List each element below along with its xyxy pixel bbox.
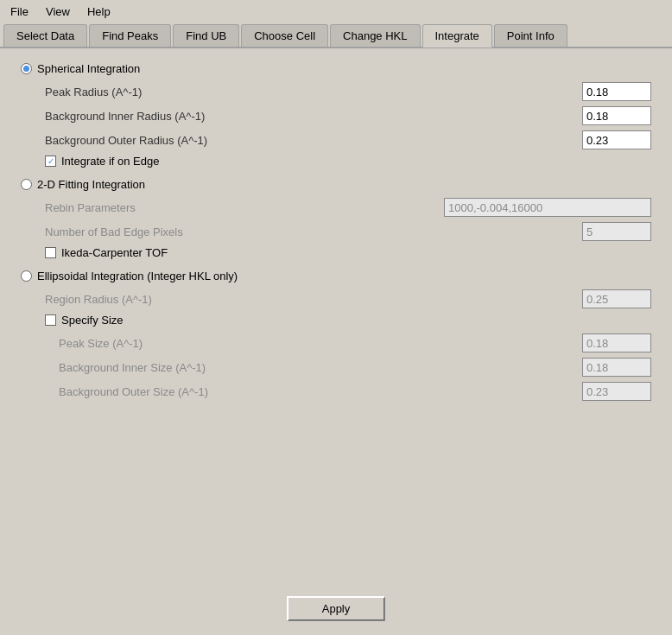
fitting2d-radio[interactable]	[21, 179, 32, 190]
tab-find-peaks[interactable]: Find Peaks	[89, 24, 171, 47]
main-window: File View Help Select Data Find Peaks Fi…	[0, 0, 672, 635]
ellip-bg-inner-label: Background Inner Size (A^-1)	[59, 361, 582, 374]
tab-find-ub[interactable]: Find UB	[173, 24, 239, 47]
ellipsoidal-label: Ellipsoidal Integration (Integer HKL onl…	[37, 270, 238, 283]
specify-size-label: Specify Size	[61, 314, 124, 327]
bg-outer-input[interactable]	[582, 130, 651, 149]
ellip-bg-inner-row: Background Inner Size (A^-1)	[21, 358, 651, 377]
fitting2d-section: 2-D Fitting Integration Rebin Parameters…	[21, 178, 651, 259]
apply-button[interactable]: Apply	[287, 596, 386, 621]
footer: Apply	[0, 582, 672, 635]
bg-inner-label: Background Inner Radius (A^-1)	[45, 110, 582, 123]
menu-file[interactable]: File	[7, 3, 32, 20]
menubar: File View Help	[0, 0, 672, 23]
bad-edge-label: Number of Bad Edge Pixels	[45, 225, 582, 238]
bg-inner-row: Background Inner Radius (A^-1)	[21, 106, 651, 125]
ellipsoidal-radio[interactable]	[21, 270, 32, 282]
peak-size-input[interactable]	[582, 333, 651, 352]
ellip-bg-outer-row: Background Outer Size (A^-1)	[21, 382, 651, 401]
peak-size-label: Peak Size (A^-1)	[59, 337, 582, 350]
fitting2d-label: 2-D Fitting Integration	[37, 178, 145, 191]
ellip-bg-outer-label: Background Outer Size (A^-1)	[59, 385, 582, 398]
ellip-bg-outer-input[interactable]	[582, 382, 651, 401]
ikeda-checkbox[interactable]	[45, 247, 56, 258]
integrate-edge-row: Integrate if on Edge	[21, 155, 651, 168]
spherical-label: Spherical Integration	[37, 62, 140, 75]
specify-size-checkbox[interactable]	[45, 314, 56, 326]
bg-outer-row: Background Outer Radius (A^-1)	[21, 130, 651, 149]
tab-choose-cell[interactable]: Choose Cell	[241, 24, 328, 47]
tab-select-data[interactable]: Select Data	[3, 24, 87, 47]
rebin-label: Rebin Parameters	[45, 201, 444, 214]
ellipsoidal-title: Ellipsoidal Integration (Integer HKL onl…	[21, 270, 651, 283]
spherical-radio[interactable]	[21, 63, 32, 74]
menu-view[interactable]: View	[42, 3, 73, 20]
peak-radius-label: Peak Radius (A^-1)	[45, 86, 582, 98]
fitting2d-title: 2-D Fitting Integration	[21, 178, 651, 191]
integrate-edge-label: Integrate if on Edge	[61, 155, 159, 168]
spherical-section: Spherical Integration Peak Radius (A^-1)…	[21, 62, 651, 168]
bg-inner-input[interactable]	[582, 106, 651, 125]
peak-radius-input[interactable]	[582, 82, 651, 101]
region-radius-label: Region Radius (A^-1)	[45, 293, 582, 306]
tabs-bar: Select Data Find Peaks Find UB Choose Ce…	[0, 23, 672, 48]
content-area: Spherical Integration Peak Radius (A^-1)…	[0, 48, 672, 582]
rebin-input[interactable]	[444, 198, 651, 217]
tab-change-hkl[interactable]: Change HKL	[330, 24, 420, 47]
integrate-edge-checkbox[interactable]	[45, 156, 56, 167]
ikeda-label: Ikeda-Carpenter TOF	[61, 246, 168, 259]
bad-edge-row: Number of Bad Edge Pixels	[21, 222, 651, 241]
specify-size-row: Specify Size	[21, 314, 651, 327]
menu-help[interactable]: Help	[84, 3, 114, 20]
tab-integrate[interactable]: Integrate	[422, 24, 492, 48]
region-radius-row: Region Radius (A^-1)	[21, 289, 651, 308]
spherical-title: Spherical Integration	[21, 62, 651, 75]
ellipsoidal-section: Ellipsoidal Integration (Integer HKL onl…	[21, 270, 651, 401]
bg-outer-label: Background Outer Radius (A^-1)	[45, 134, 582, 147]
bad-edge-input[interactable]	[582, 222, 651, 241]
peak-size-row: Peak Size (A^-1)	[21, 333, 651, 352]
ellip-bg-inner-input[interactable]	[582, 358, 651, 377]
region-radius-input[interactable]	[582, 289, 651, 308]
peak-radius-row: Peak Radius (A^-1)	[21, 82, 651, 101]
ikeda-row: Ikeda-Carpenter TOF	[21, 246, 651, 259]
rebin-row: Rebin Parameters	[21, 198, 651, 217]
tab-point-info[interactable]: Point Info	[494, 24, 567, 47]
